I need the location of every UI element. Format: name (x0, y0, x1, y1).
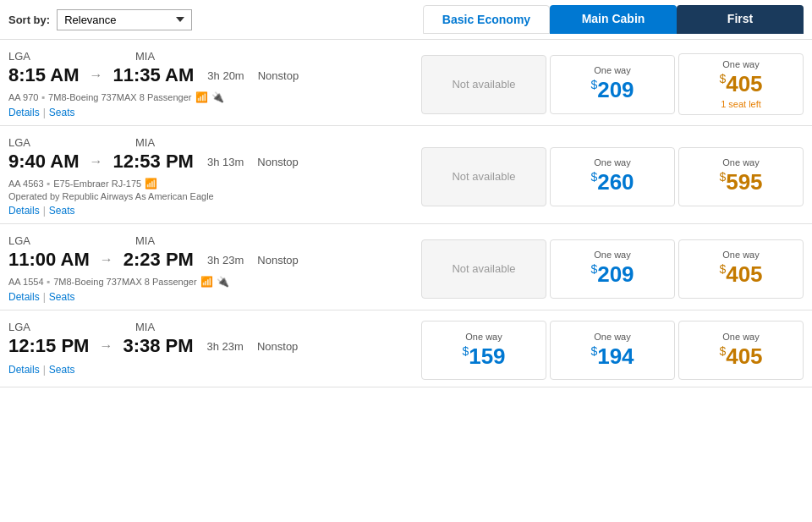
basic-price-cell: Not available (421, 239, 546, 299)
details-link[interactable]: Details (8, 291, 40, 303)
table-row: LGAMIA9:40 AM→12:53 PM3h 13mNonstopAA 45… (0, 126, 812, 224)
first-price-cell[interactable]: One way$405 (678, 239, 804, 299)
arrow-icon: → (99, 338, 112, 354)
price-amount: $260 (590, 169, 634, 195)
basic-price-cell: Not available (421, 147, 546, 206)
aircraft-type: E75-Embraer RJ-175 (53, 179, 141, 189)
first-price-cell[interactable]: One way$4051 seat left (678, 53, 804, 115)
flight-number: AA 970 (8, 92, 38, 102)
first-price-cell[interactable]: One way$595 (678, 147, 804, 206)
col-basic[interactable]: Basic Economy (423, 5, 550, 34)
details-link[interactable]: Details (8, 364, 40, 376)
separator-icon: ■ (47, 181, 51, 186)
dollar-sign: $ (719, 344, 726, 358)
seats-left: 1 seat left (721, 99, 761, 109)
table-row: LGAMIA11:00 AM→2:23 PM3h 23mNonstopAA 15… (0, 224, 812, 310)
basic-price-cell[interactable]: One way$159 (421, 321, 546, 380)
one-way-label: One way (722, 59, 759, 69)
price-columns: Not availableOne way$260One way$595 (421, 136, 804, 217)
one-way-label: One way (465, 332, 502, 342)
one-way-label: One way (594, 157, 630, 168)
dollar-sign: $ (590, 78, 597, 91)
price-amount: $209 (590, 261, 634, 288)
origin-code: LGA (8, 234, 30, 247)
column-headers: Basic Economy Main Cabin First (423, 5, 804, 34)
dollar-sign: $ (719, 262, 726, 276)
seats-link[interactable]: Seats (49, 291, 75, 303)
flight-links: Details|Seats (8, 107, 414, 118)
col-main[interactable]: Main Cabin (550, 5, 677, 34)
aircraft-type: 7M8-Boeing 737MAX 8 Passenger (48, 92, 191, 102)
flight-number: AA 1554 (8, 277, 44, 287)
arrival-time: 3:38 PM (123, 335, 193, 357)
flight-duration: 3h 20m (207, 69, 244, 82)
price-amount: $405 (719, 343, 762, 370)
details-link[interactable]: Details (8, 107, 40, 118)
price-columns: Not availableOne way$209One way$405 (421, 234, 804, 303)
dollar-sign: $ (590, 262, 597, 276)
dollar-sign: $ (719, 72, 726, 85)
price-amount: $595 (719, 169, 762, 195)
stops-label: Nonstop (258, 69, 299, 82)
origin-code: LGA (8, 321, 30, 333)
flight-links: Details|Seats (8, 205, 414, 217)
departure-time: 12:15 PM (8, 335, 89, 357)
dest-code: MIA (135, 136, 155, 149)
col-first[interactable]: First (677, 5, 804, 34)
main-price-cell[interactable]: One way$260 (550, 147, 675, 206)
seats-link[interactable]: Seats (49, 107, 75, 118)
details-link[interactable]: Details (8, 205, 40, 217)
arrival-time: 11:35 AM (113, 64, 195, 86)
dest-code: MIA (135, 234, 155, 247)
arrow-icon: → (90, 154, 103, 169)
arrival-time: 12:53 PM (113, 151, 194, 173)
dollar-sign: $ (590, 344, 597, 358)
separator-icon: ■ (47, 279, 51, 284)
table-row: LGAMIA8:15 AM→11:35 AM3h 20mNonstopAA 97… (0, 40, 812, 126)
operated-by: Operated by Republic Airways As American… (8, 191, 414, 201)
seats-link[interactable]: Seats (49, 364, 75, 376)
aircraft-type: 7M8-Boeing 737MAX 8 Passenger (53, 277, 196, 287)
one-way-label: One way (594, 65, 630, 75)
flight-links: Details|Seats (8, 291, 414, 303)
power-icon: 🔌 (217, 276, 229, 288)
departure-time: 9:40 AM (8, 151, 80, 173)
flights-list: LGAMIA8:15 AM→11:35 AM3h 20mNonstopAA 97… (0, 40, 812, 387)
link-separator: | (43, 205, 46, 217)
arrival-time: 2:23 PM (123, 249, 194, 271)
sort-select[interactable]: RelevancePriceDurationDepartureArrival (57, 9, 192, 30)
separator-icon: ■ (41, 95, 45, 100)
flight-duration: 3h 13m (207, 156, 244, 168)
dollar-sign: $ (462, 344, 469, 358)
main-price-cell[interactable]: One way$209 (550, 239, 675, 299)
flight-duration: 3h 23m (207, 254, 244, 266)
first-price-cell[interactable]: One way$405 (678, 321, 804, 380)
sort-label: Sort by: (8, 14, 50, 26)
one-way-label: One way (722, 332, 759, 342)
flight-meta: AA 970■7M8-Boeing 737MAX 8 Passenger📶🔌 (8, 91, 414, 103)
departure-time: 11:00 AM (8, 249, 90, 271)
wifi-icon: 📶 (145, 178, 157, 190)
seats-link[interactable]: Seats (49, 205, 75, 217)
table-row: LGAMIA12:15 PM→3:38 PM3h 23mNonstopDetai… (0, 310, 812, 387)
flight-info: LGAMIA9:40 AM→12:53 PM3h 13mNonstopAA 45… (8, 136, 414, 217)
flight-info: LGAMIA8:15 AM→11:35 AM3h 20mNonstopAA 97… (8, 50, 414, 118)
flight-links: Details|Seats (8, 364, 414, 376)
flight-meta: AA 4563■E75-Embraer RJ-175📶 (8, 178, 414, 190)
price-amount: $405 (719, 261, 762, 288)
main-price-cell[interactable]: One way$194 (550, 321, 675, 380)
dest-code: MIA (135, 50, 155, 63)
arrow-icon: → (90, 68, 103, 83)
one-way-label: One way (594, 250, 630, 260)
link-separator: | (43, 364, 46, 376)
stops-label: Nonstop (257, 340, 298, 353)
price-amount: $159 (462, 343, 505, 370)
dollar-sign: $ (719, 170, 726, 184)
departure-time: 8:15 AM (8, 64, 80, 86)
dest-code: MIA (135, 321, 155, 333)
one-way-label: One way (722, 157, 759, 168)
wifi-icon: 📶 (200, 276, 213, 288)
price-amount: $209 (590, 77, 634, 103)
flight-duration: 3h 23m (207, 340, 244, 353)
main-price-cell[interactable]: One way$209 (550, 55, 675, 114)
